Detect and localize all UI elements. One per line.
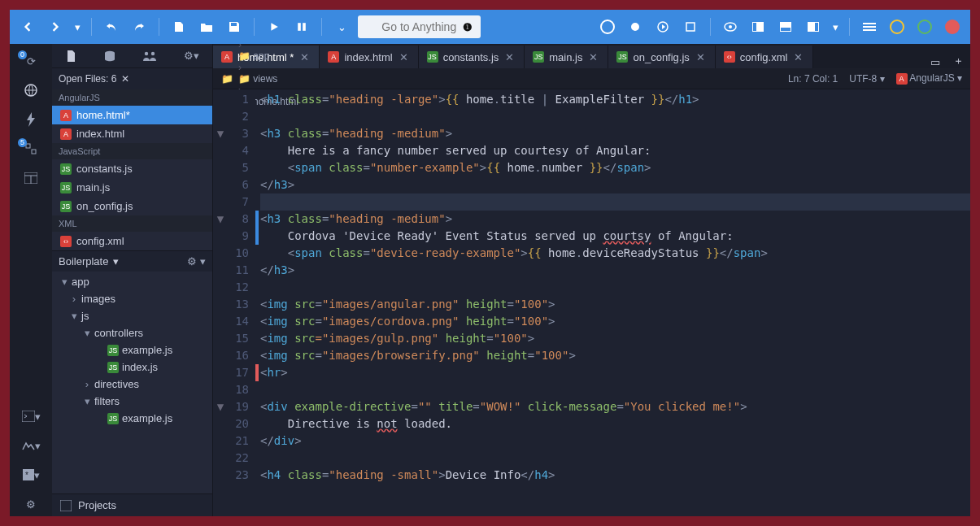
cursor-position[interactable]: Ln: 7 Col: 1 bbox=[788, 73, 838, 85]
code-line[interactable]: Cordova 'Device Ready' Event Status serv… bbox=[260, 228, 970, 245]
undo-button[interactable] bbox=[100, 15, 123, 38]
toggle-sidebar-button[interactable] bbox=[719, 15, 742, 38]
play-macro-button[interactable] bbox=[651, 15, 674, 38]
code-line[interactable]: <h4 class="heading -small">Device Info</… bbox=[260, 467, 970, 484]
maximize-button[interactable] bbox=[913, 15, 936, 38]
code-line[interactable]: <img src="images/cordova.png" height="10… bbox=[260, 313, 970, 330]
close-window-button[interactable] bbox=[941, 15, 964, 38]
open-file-item[interactable]: JSon_config.js bbox=[52, 197, 212, 215]
menu-button[interactable] bbox=[858, 15, 881, 38]
code-line[interactable]: <div example-directive="" title="WOW!" c… bbox=[260, 398, 970, 415]
tab-list-button[interactable]: ▭ bbox=[924, 56, 947, 68]
tree-item[interactable]: ›directives bbox=[52, 376, 212, 393]
breadcrumb-item[interactable]: 📁 app bbox=[238, 50, 299, 62]
new-file-button[interactable] bbox=[168, 15, 190, 38]
project-settings-icon[interactable]: ⚙ ▾ bbox=[187, 255, 206, 267]
layout-2-button[interactable] bbox=[774, 15, 797, 38]
code-line[interactable]: <img src="images/angular.png" height="10… bbox=[260, 296, 970, 313]
tree-item[interactable]: ▾app bbox=[52, 273, 212, 290]
tree-item[interactable]: ▾filters bbox=[52, 393, 212, 410]
editor-tab[interactable]: JSmain.js✕ bbox=[525, 46, 608, 68]
code-line[interactable]: <hr> bbox=[260, 364, 970, 381]
tree-item[interactable]: JSexample.js bbox=[52, 341, 212, 359]
breadcrumb-item[interactable]: 📁 views bbox=[238, 73, 299, 85]
code-line[interactable] bbox=[260, 108, 970, 125]
encoding-selector[interactable]: UTF-8 ▾ bbox=[849, 73, 884, 85]
code-line[interactable] bbox=[260, 381, 970, 398]
code-editor[interactable]: ▼▼▼ 123456789101112131415161718192021222… bbox=[213, 89, 970, 516]
nav-dropdown-button[interactable]: ▾ bbox=[72, 15, 83, 38]
panel-tab-settings-icon[interactable]: ⚙▾ bbox=[184, 50, 199, 62]
code-line[interactable]: <img src="images/browserify.png" height=… bbox=[260, 347, 970, 364]
layout-3-button[interactable] bbox=[802, 15, 825, 38]
code-line[interactable]: <h1 class="heading -large">{{ home.title… bbox=[260, 91, 970, 108]
open-file-item[interactable]: ‹›config.xml bbox=[52, 232, 212, 250]
code-line[interactable]: <h3 class="heading -medium"> bbox=[260, 211, 970, 228]
code-line[interactable]: <h3 class="heading -medium"> bbox=[260, 125, 970, 142]
layout-menu-button[interactable]: ▾ bbox=[830, 15, 841, 38]
open-file-item[interactable]: JSconstants.js bbox=[52, 159, 212, 178]
goto-anything-field[interactable]: ❶ bbox=[358, 15, 481, 38]
editor-tab[interactable]: Aindex.html✕ bbox=[320, 46, 418, 68]
open-file-item[interactable]: JSmain.js bbox=[52, 178, 212, 197]
editor-tab[interactable]: JSon_config.js✕ bbox=[608, 46, 715, 68]
projects-footer[interactable]: Projects bbox=[52, 493, 212, 516]
run-menu-button[interactable]: ⌄ bbox=[330, 15, 353, 38]
panel-tab-files-icon[interactable] bbox=[65, 50, 76, 63]
tab-close-icon[interactable]: ✕ bbox=[503, 51, 516, 63]
code-line[interactable]: <span class="device-ready-example">{{ ho… bbox=[260, 245, 970, 262]
code-line[interactable] bbox=[260, 450, 970, 467]
play-button[interactable] bbox=[263, 15, 285, 38]
tree-item[interactable]: ›images bbox=[52, 290, 212, 307]
language-selector[interactable]: A AngularJS ▾ bbox=[896, 72, 962, 85]
open-file-item[interactable]: Ahome.html* bbox=[52, 106, 212, 124]
code-line[interactable]: </div> bbox=[260, 433, 970, 450]
code-line[interactable] bbox=[260, 193, 970, 211]
bolt-icon[interactable] bbox=[16, 107, 46, 132]
code-line[interactable]: Here is a fancy number served up courtes… bbox=[260, 142, 970, 159]
layout-1-button[interactable] bbox=[747, 15, 769, 38]
record-indicator-icon[interactable] bbox=[624, 15, 647, 38]
minimize-button[interactable] bbox=[886, 15, 908, 38]
editor-tab[interactable]: ‹›config.xml✕ bbox=[716, 46, 814, 68]
notifications-icon[interactable]: 0⟳ bbox=[16, 49, 46, 73]
code-line[interactable]: <span class="number-example">{{ home.num… bbox=[260, 159, 970, 176]
explorer-icon[interactable] bbox=[16, 78, 46, 102]
debug-icon[interactable]: ▾ bbox=[16, 433, 46, 458]
terminal-icon[interactable]: ▾ bbox=[16, 404, 46, 428]
editor-tab[interactable]: JSconstants.js✕ bbox=[419, 46, 525, 68]
redo-button[interactable] bbox=[128, 15, 150, 38]
nav-back-button[interactable] bbox=[16, 15, 39, 38]
layout-icon[interactable] bbox=[16, 166, 46, 190]
save-macro-button[interactable] bbox=[679, 15, 702, 38]
record-macro-button[interactable] bbox=[596, 15, 619, 38]
code-line[interactable]: Directive is not loaded. bbox=[260, 415, 970, 433]
tab-close-icon[interactable]: ✕ bbox=[587, 51, 599, 63]
code-line[interactable]: <img src="images/gulp.png" height="100"> bbox=[260, 330, 970, 347]
goto-input[interactable] bbox=[366, 20, 473, 33]
tab-close-icon[interactable]: ✕ bbox=[298, 51, 311, 63]
code-line[interactable]: </h3> bbox=[260, 176, 970, 193]
settings-icon[interactable]: ⚙ bbox=[16, 492, 46, 516]
save-button[interactable] bbox=[223, 15, 246, 38]
tree-item[interactable]: JSexample.js bbox=[52, 410, 212, 427]
tab-close-icon[interactable]: ✕ bbox=[695, 51, 707, 63]
open-file-item[interactable]: Aindex.html bbox=[52, 124, 212, 143]
source-control-icon[interactable]: 5 bbox=[16, 137, 46, 161]
tree-item[interactable]: ▾controllers bbox=[52, 324, 212, 341]
tree-item[interactable]: JSindex.js bbox=[52, 359, 212, 376]
close-open-files-icon[interactable]: ✕ bbox=[121, 73, 129, 85]
pause-button[interactable] bbox=[290, 15, 313, 38]
panel-tab-db-icon[interactable] bbox=[103, 50, 116, 63]
snippets-icon[interactable]: *▾ bbox=[16, 463, 46, 487]
tree-item[interactable]: ▾js bbox=[52, 307, 212, 324]
nav-forward-button[interactable] bbox=[44, 15, 67, 38]
project-header[interactable]: Boilerplate ▾ ⚙ ▾ bbox=[52, 250, 212, 272]
tab-close-icon[interactable]: ✕ bbox=[398, 51, 410, 63]
code-line[interactable]: </h3> bbox=[260, 262, 970, 279]
open-files-header[interactable]: Open Files: 6 ✕ bbox=[52, 68, 212, 89]
tab-close-icon[interactable]: ✕ bbox=[792, 51, 804, 63]
panel-tab-collab-icon[interactable] bbox=[142, 50, 157, 62]
new-tab-button[interactable]: ＋ bbox=[947, 54, 970, 68]
open-file-button[interactable] bbox=[195, 15, 218, 38]
